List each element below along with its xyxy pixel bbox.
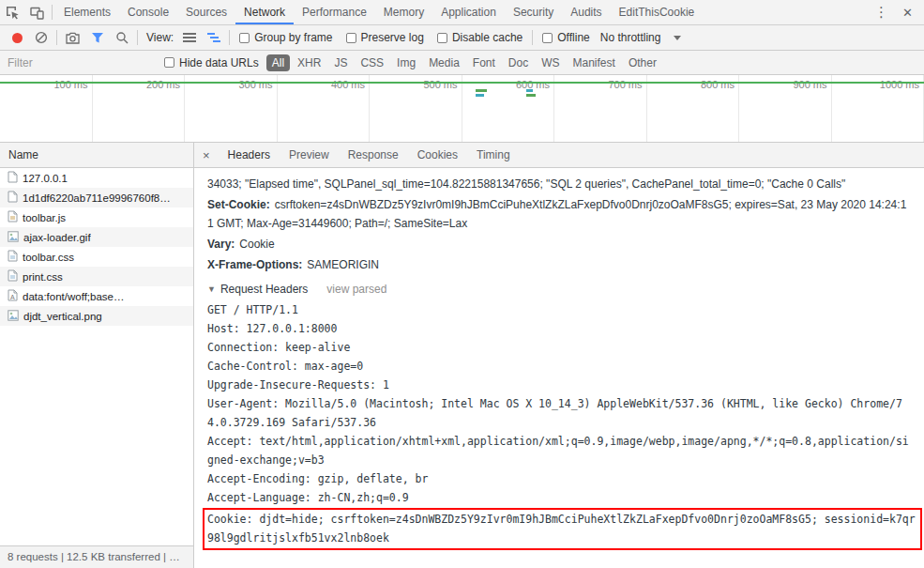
request-header-line: Upgrade-Insecure-Requests: 1 [207,376,911,394]
checkbox-icon [164,57,174,68]
hide-data-urls-label: Hide data URLs [179,56,259,69]
header-value: csrftoken=z4sDnWBZDz5Y9zIvr0mI9hJBmCciPu… [207,198,906,230]
timeline-tick: 1000 ms [832,75,924,142]
close-detail-icon[interactable]: × [194,148,219,162]
view-large-rows-icon[interactable] [177,32,202,43]
response-header-row: Set-Cookie:csrftoken=z4sDnWBZDz5Y9zIvr0m… [207,195,911,233]
filter-type-doc[interactable]: Doc [503,54,534,71]
offline-label: Offline [557,31,589,44]
group-by-frame-checkbox[interactable]: Group by frame [239,31,332,44]
hide-data-urls-checkbox[interactable]: Hide data URLs [164,56,259,69]
stylesheet-icon [8,250,18,264]
record-icon[interactable] [12,33,23,43]
tab-sources[interactable]: Sources [177,0,235,24]
request-detail-panel: × Headers Preview Response Cookies Timin… [194,143,924,568]
preserve-log-checkbox[interactable]: Preserve log [346,31,424,44]
response-header-row: X-Frame-Options:SAMEORIGIN [207,255,911,274]
view-overview-icon[interactable] [202,32,226,43]
timeline-tick: 200 ms [93,75,186,142]
document-icon [8,191,18,205]
waterfall-mark [526,89,533,92]
request-headers-source: GET / HTTP/1.1 Host: 127.0.0.1:8000 Conn… [207,300,911,550]
image-icon [8,231,19,244]
chevron-down-icon [674,36,681,40]
tab-network[interactable]: Network [235,0,294,24]
network-main: Name 127.0.0.1 1d1df6220ab711e9996760f8…… [0,143,924,568]
tab-security[interactable]: Security [505,0,562,24]
timeline-grid: 100 ms 200 ms 300 ms 400 ms 500 ms 600 m… [0,75,924,142]
divider [229,30,230,45]
detail-tab-cookies[interactable]: Cookies [408,143,467,167]
status-bar: 8 requests | 12.5 KB transferred | … [0,545,193,568]
filter-bar: Hide data URLs All XHR JS CSS Img Media … [0,51,924,75]
header-name: Vary: [207,238,235,251]
filter-type-font[interactable]: Font [467,54,501,71]
waterfall-mark [476,89,487,92]
timeline-overview[interactable]: 100 ms 200 ms 300 ms 400 ms 500 ms 600 m… [0,75,924,143]
detail-tab-headers[interactable]: Headers [219,143,280,167]
cookie-header-line: Cookie: djdt=hide; csrftoken=z4sDnWBZDz5… [207,510,916,547]
filter-type-ws[interactable]: WS [536,54,565,71]
response-header-row: Vary:Cookie [207,235,911,253]
request-row[interactable]: djdt_vertical.png [0,306,193,326]
filter-type-js[interactable]: JS [328,54,353,71]
request-list: 127.0.0.1 1d1df6220ab711e9996760f8… tool… [0,168,193,545]
tab-editthiscookie[interactable]: EditThisCookie [611,0,704,24]
offline-checkbox[interactable]: Offline [542,31,589,44]
request-row[interactable]: A data:font/woff;base… [0,286,193,306]
timeline-tick: 800 ms [647,75,740,142]
search-icon[interactable] [110,31,134,44]
filter-icon[interactable] [85,32,110,44]
script-icon [8,210,18,224]
screenshot-icon[interactable] [60,32,85,44]
network-toolbar: View: Group by frame Preserve log Disabl… [0,25,924,51]
detail-tab-timing[interactable]: Timing [467,143,520,167]
filter-type-img[interactable]: Img [391,54,421,71]
filter-input[interactable] [8,56,158,69]
devtools-tabbar: Elements Console Sources Network Perform… [0,0,924,25]
detail-tab-response[interactable]: Response [339,143,408,167]
more-menu-icon[interactable]: ⋮ [866,4,897,21]
filter-type-css[interactable]: CSS [355,54,389,71]
close-devtools-icon[interactable]: ✕ [897,6,924,20]
filter-type-all[interactable]: All [266,54,290,71]
detail-tabbar: × Headers Preview Response Cookies Timin… [194,143,924,168]
header-name: Set-Cookie: [207,198,270,211]
detail-tab-preview[interactable]: Preview [280,143,339,167]
device-toolbar-icon[interactable] [24,0,49,24]
tab-memory[interactable]: Memory [375,0,432,24]
checkbox-icon [346,33,356,43]
filter-type-media[interactable]: Media [423,54,465,71]
request-row[interactable]: toolbar.js [0,207,193,227]
request-headers-section[interactable]: ▼ Request Headers view parsed [207,283,911,296]
name-column-header[interactable]: Name [0,143,193,168]
request-header-line: Accept-Encoding: gzip, deflate, br [207,469,911,488]
inspect-element-icon[interactable] [0,0,24,24]
request-name: 1d1df6220ab711e9996760f8… [23,192,171,204]
request-header-line: Cache-Control: max-age=0 [207,357,911,376]
timeline-tick: 300 ms [185,75,278,142]
tab-audits[interactable]: Audits [562,0,610,24]
request-name: ajax-loader.gif [23,232,91,243]
tab-performance[interactable]: Performance [294,0,375,24]
throttling-dropdown[interactable]: No throttling [600,31,682,44]
request-row[interactable]: toolbar.css [0,247,193,267]
filter-type-xhr[interactable]: XHR [292,54,326,71]
request-row[interactable]: ajax-loader.gif [0,227,193,247]
request-row[interactable]: print.css [0,267,193,286]
request-row[interactable]: 127.0.0.1 [0,168,193,188]
tab-application[interactable]: Application [432,0,505,24]
request-row[interactable]: 1d1df6220ab711e9996760f8… [0,188,193,207]
filter-type-other[interactable]: Other [623,54,662,71]
filter-type-manifest[interactable]: Manifest [568,54,621,71]
throttling-value: No throttling [600,31,661,44]
timeline-tick: 700 ms [554,75,647,142]
disable-cache-checkbox[interactable]: Disable cache [437,31,523,44]
checkbox-icon [437,33,447,43]
clear-icon[interactable] [29,31,53,44]
checkbox-icon [542,33,553,43]
view-parsed-link[interactable]: view parsed [326,283,386,296]
tab-elements[interactable]: Elements [55,0,119,24]
header-value: SAMEORIGIN [307,258,379,271]
tab-console[interactable]: Console [119,0,177,24]
